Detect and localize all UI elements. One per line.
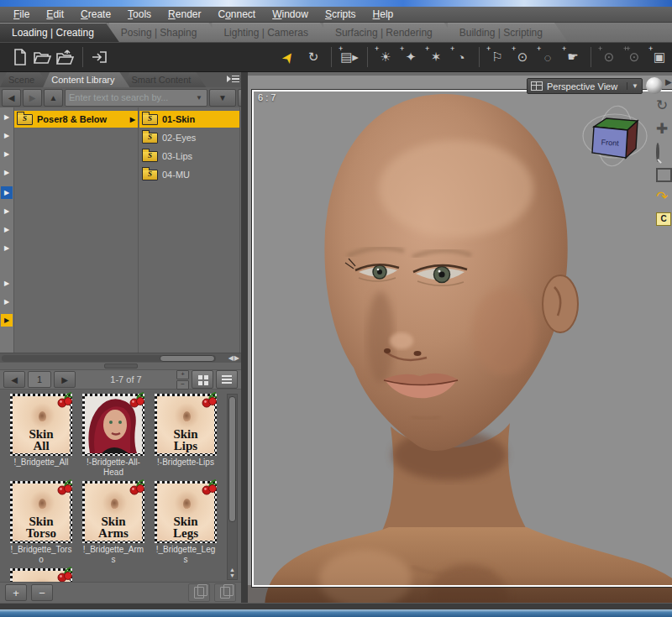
zoom-out-thumbs-button[interactable]: − (176, 380, 189, 390)
prev-page-button[interactable]: ◀ (3, 371, 25, 388)
menu-item-help[interactable]: Help (365, 8, 402, 20)
directory-expander-icon[interactable]: ▶ (1, 314, 13, 327)
new-distant-light-icon[interactable]: +☀ (373, 45, 398, 69)
thumbnail-item[interactable]: !-Bridgette-All-Head (82, 394, 144, 477)
filter-dropdown-button[interactable]: ▼ (209, 89, 236, 107)
viewport-menu-icon[interactable]: ▶ (665, 77, 672, 86)
grid-view-icon (198, 375, 202, 379)
menu-item-render[interactable]: Render (160, 8, 209, 20)
scroll-arrows-icon[interactable]: ▲▼ (228, 567, 236, 578)
new-point-light-icon[interactable]: +✶ (423, 45, 449, 69)
directory-expander-icon[interactable]: ▶ (1, 223, 13, 236)
tab-building-scripting[interactable]: Building | Scripting (448, 23, 568, 42)
tab-posing-shaping[interactable]: Posing | Shaping (109, 23, 223, 42)
viewport-pane-icon (531, 81, 543, 91)
directory-expander-icon[interactable]: ▶ (1, 129, 13, 142)
viewport-canvas[interactable]: 6 : 7 Perspective View ▼ ▶ Front ↻ ✚ ↷ C (248, 76, 672, 603)
up-directory-button[interactable]: ▲ (44, 89, 63, 107)
tab-surfacing-rendering[interactable]: Surfacing | Rendering (323, 23, 458, 42)
directory-expander-icon[interactable]: ▶ (1, 166, 13, 179)
panel-splitter[interactable] (0, 363, 241, 369)
open-file-button[interactable] (31, 46, 54, 68)
move-file-button[interactable] (214, 583, 236, 602)
pan-view-icon[interactable]: ✚ (656, 121, 672, 138)
menu-item-create[interactable]: Create (72, 8, 119, 20)
tree-item-02-eyes[interactable]: S 02-Eyes (139, 129, 239, 146)
search-input[interactable] (66, 92, 192, 102)
scroll-arrows-icon[interactable]: ◀▶ (228, 354, 240, 362)
back-button[interactable]: ◀ (2, 89, 21, 107)
list-view-button[interactable] (216, 370, 238, 389)
view-selector-dropdown[interactable]: Perspective View ▼ (527, 78, 643, 94)
panel-bottom-bar: + − (0, 582, 241, 603)
tree-item-poser8-below[interactable]: S Poser8 & Below ▶ (14, 111, 138, 128)
tab-loading-creating[interactable]: Loading | Creating (0, 23, 119, 42)
menu-item-scripts[interactable]: Scripts (317, 8, 365, 20)
thumbnail-item-partial[interactable] (10, 568, 72, 582)
new-render-camera-icon[interactable]: +⚐ (485, 45, 510, 69)
rotate-tool-icon[interactable]: ↻ (301, 45, 326, 69)
tab-content-library[interactable]: Content Library (43, 72, 129, 87)
directory-expander-icon[interactable]: ▶ (1, 148, 13, 160)
thumbnail-item[interactable]: SkinTorso!_Bridgette_Torso (10, 481, 72, 564)
thumbnail-item[interactable]: SkinArms!_Bridgette_Arms (82, 481, 144, 564)
thumbnail-item[interactable]: SkinLips!-Bridgette-Lips (155, 394, 217, 477)
taskbar-edge (0, 609, 672, 617)
panel-viewport-divider[interactable] (241, 72, 248, 603)
menu-item-file[interactable]: File (5, 8, 38, 20)
shading-sphere-icon[interactable] (646, 77, 663, 94)
frame-view-icon[interactable] (656, 168, 672, 182)
node-selection-tool-icon[interactable]: ➤ (276, 45, 301, 69)
menu-item-window[interactable]: Window (264, 8, 317, 20)
directory-expander-icon[interactable]: ▶ (1, 186, 13, 199)
activity-tab-bar: Loading | Creating Posing | Shaping Ligh… (0, 23, 672, 42)
tree-item-01-skin[interactable]: S 01-Skin (139, 111, 239, 128)
directory-expander-icon[interactable]: ▶ (1, 295, 13, 308)
copy-file-button[interactable] (188, 583, 210, 602)
thumbnail-overlay-text: SkinArms (85, 515, 142, 540)
new-group-icon[interactable]: +◌ (535, 45, 560, 69)
view-cube-gizmo[interactable]: Front (580, 99, 651, 170)
directory-expander-icon[interactable]: ▶ (1, 205, 13, 217)
reset-view-icon[interactable]: ↷ (656, 189, 672, 206)
import-file-button[interactable] (88, 46, 111, 68)
thumbnail-item[interactable]: SkinLegs!_Bridgette_Legs (155, 481, 217, 564)
tab-lighting-cameras[interactable]: Lighting | Cameras (212, 23, 333, 42)
tab-scene[interactable]: Scene (0, 72, 50, 87)
new-hand-node-icon[interactable]: +☛ (560, 45, 585, 69)
thumbnail-item[interactable]: SkinAll!_Bridgette_All (10, 394, 72, 477)
remove-content-button[interactable]: − (31, 584, 53, 601)
directory-expander-icon[interactable]: ▶ (1, 277, 13, 290)
grid-view-button[interactable] (192, 370, 213, 389)
search-history-caret-icon[interactable]: ▼ (192, 94, 207, 102)
cube-front-label: Front (601, 138, 619, 147)
orbit-view-icon[interactable]: ↻ (656, 97, 672, 114)
tree-item-03-lips[interactable]: S 03-Lips (139, 148, 239, 165)
save-file-button[interactable] (55, 46, 77, 68)
new-camera-icon[interactable]: +▤▸ (337, 45, 362, 69)
new-primitive-icon[interactable]: +▣ (647, 45, 672, 69)
page-number[interactable]: 1 (28, 371, 51, 388)
tab-smart-content[interactable]: Smart Content (123, 72, 206, 87)
forward-button[interactable]: ▶ (23, 89, 42, 107)
zoom-in-thumbs-button[interactable]: + (176, 370, 189, 379)
new-node-instance-icon[interactable]: ++⊙ (622, 45, 647, 69)
menu-item-tools[interactable]: Tools (119, 8, 160, 20)
directory-expander-icon[interactable]: ▶ (1, 111, 13, 123)
next-page-button[interactable]: ▶ (54, 371, 76, 388)
directory-expander-icon[interactable]: ▶ (1, 242, 13, 254)
pagination-bar: ◀ 1 ▶ 1-7 of 7 + − (0, 369, 241, 390)
new-null-icon[interactable]: +⊙ (510, 45, 535, 69)
thumbnail-scrollbar[interactable]: ▲▼ (227, 394, 238, 580)
menu-item-edit[interactable]: Edit (38, 8, 72, 20)
panel-menu-icon[interactable] (224, 72, 241, 86)
new-node-icon[interactable]: +⊙ (596, 45, 622, 69)
new-spotlight-icon[interactable]: +✦ (398, 45, 423, 69)
menu-item-connect[interactable]: Connect (209, 8, 264, 20)
new-linear-point-light-icon[interactable]: +◔ (449, 45, 474, 69)
new-file-button[interactable] (8, 46, 31, 68)
cherry-icon (55, 392, 74, 414)
tree-item-04-mu[interactable]: S 04-MU (139, 166, 239, 183)
add-content-button[interactable]: + (5, 584, 27, 601)
zoom-view-icon[interactable] (656, 144, 672, 161)
